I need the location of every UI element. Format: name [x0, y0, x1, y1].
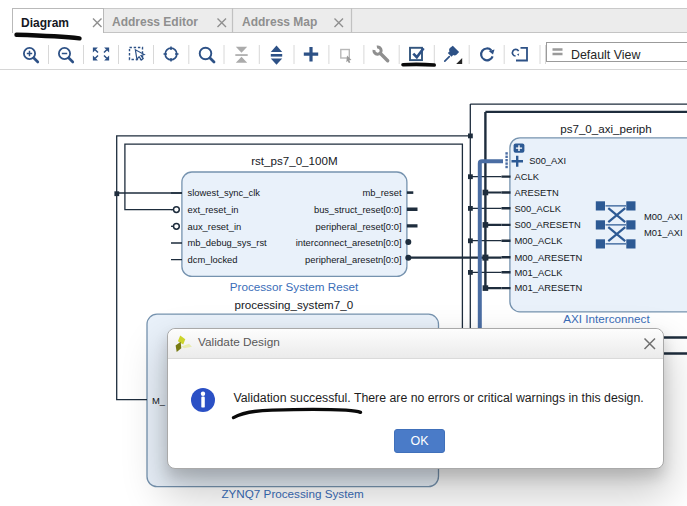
svg-text:processing_system7_0: processing_system7_0: [235, 298, 354, 311]
svg-text:slowest_sync_clk: slowest_sync_clk: [188, 187, 261, 198]
svg-text:S00_ARESETN: S00_ARESETN: [515, 219, 581, 230]
svg-text:interconnect_aresetn[0:0]: interconnect_aresetn[0:0]: [296, 237, 402, 248]
svg-text:peripheral_reset[0:0]: peripheral_reset[0:0]: [316, 221, 402, 232]
svg-text:S00_AXI: S00_AXI: [529, 155, 566, 166]
svg-text:dcm_locked: dcm_locked: [188, 254, 238, 265]
svg-text:mb_debug_sys_rst: mb_debug_sys_rst: [188, 237, 268, 248]
svg-text:ARESETN: ARESETN: [515, 187, 559, 198]
svg-text:bus_struct_reset[0:0]: bus_struct_reset[0:0]: [314, 204, 402, 215]
svg-text:rst_ps7_0_100M: rst_ps7_0_100M: [251, 154, 337, 167]
svg-text:S00_ACLK: S00_ACLK: [515, 203, 562, 214]
svg-text:peripheral_aresetn[0:0]: peripheral_aresetn[0:0]: [305, 254, 401, 265]
svg-text:M01_AXI: M01_AXI: [644, 227, 683, 238]
svg-text:aux_reset_in: aux_reset_in: [188, 221, 242, 232]
svg-text:ps7_0_axi_periph: ps7_0_axi_periph: [560, 122, 652, 135]
svg-text:AXI Interconnect: AXI Interconnect: [563, 312, 650, 325]
svg-text:mb_reset: mb_reset: [362, 187, 401, 198]
svg-text:M00_AXI: M00_AXI: [644, 211, 683, 222]
svg-text:ext_reset_in: ext_reset_in: [188, 204, 239, 215]
svg-text:Processor System Reset: Processor System Reset: [230, 280, 359, 293]
svg-text:M01_ARESETN: M01_ARESETN: [515, 282, 583, 293]
svg-text:M01_ACLK: M01_ACLK: [515, 267, 564, 278]
svg-text:M00_ACLK: M00_ACLK: [515, 235, 564, 246]
svg-text:M00_ARESETN: M00_ARESETN: [515, 252, 583, 263]
svg-text:M_: M_: [152, 395, 166, 406]
svg-text:ACLK: ACLK: [515, 171, 540, 182]
svg-text:ZYNQ7 Processing System: ZYNQ7 Processing System: [221, 487, 363, 500]
